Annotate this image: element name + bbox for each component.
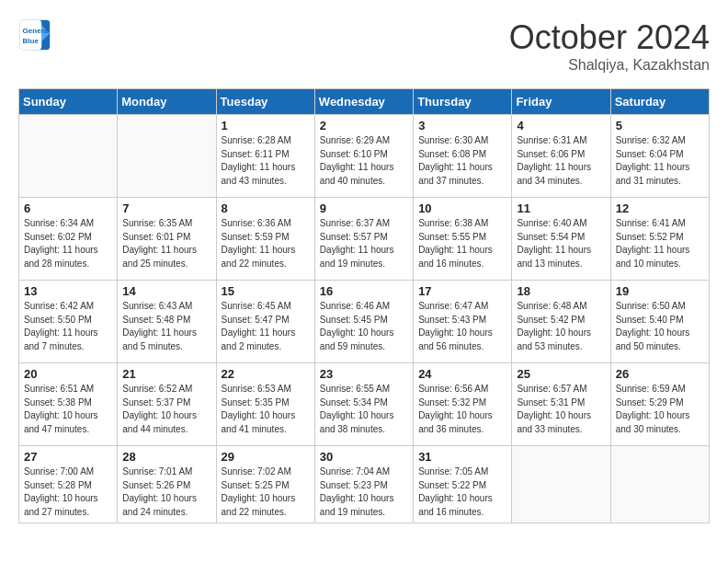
calendar-week-row: 6 Sunrise: 6:34 AMSunset: 6:02 PMDayligh… <box>19 198 710 281</box>
day-info: Sunrise: 7:02 AMSunset: 5:25 PMDaylight:… <box>222 465 310 519</box>
day-info: Sunrise: 6:30 AMSunset: 6:08 PMDaylight:… <box>418 134 506 188</box>
day-number: 26 <box>616 367 704 381</box>
day-info: Sunrise: 6:59 AMSunset: 5:29 PMDaylight:… <box>616 383 704 436</box>
col-friday: Friday <box>512 89 610 115</box>
day-number: 27 <box>24 450 112 464</box>
table-row: 31 Sunrise: 7:05 AMSunset: 5:22 PMDaylig… <box>414 446 512 523</box>
day-info: Sunrise: 7:00 AMSunset: 5:28 PMDaylight:… <box>24 465 112 519</box>
day-info: Sunrise: 6:29 AMSunset: 6:10 PMDaylight:… <box>320 134 408 188</box>
header-row: Sunday Monday Tuesday Wednesday Thursday… <box>19 89 710 115</box>
month-title: October 2024 <box>509 18 710 57</box>
table-row: 18 Sunrise: 6:48 AMSunset: 5:42 PMDaylig… <box>512 281 610 363</box>
day-number: 29 <box>222 450 310 464</box>
table-row: 10 Sunrise: 6:38 AMSunset: 5:55 PMDaylig… <box>414 198 512 281</box>
day-info: Sunrise: 6:48 AMSunset: 5:42 PMDaylight:… <box>517 300 605 353</box>
day-info: Sunrise: 6:57 AMSunset: 5:31 PMDaylight:… <box>517 383 605 436</box>
day-info: Sunrise: 6:45 AMSunset: 5:47 PMDaylight:… <box>222 300 310 353</box>
day-info: Sunrise: 6:43 AMSunset: 5:48 PMDaylight:… <box>122 300 210 353</box>
table-row <box>610 446 709 523</box>
day-info: Sunrise: 6:53 AMSunset: 5:35 PMDaylight:… <box>222 383 310 436</box>
calendar-table: Sunday Monday Tuesday Wednesday Thursday… <box>18 88 710 523</box>
col-sunday: Sunday <box>19 89 118 115</box>
day-number: 30 <box>320 450 408 464</box>
day-number: 28 <box>122 450 210 464</box>
day-number: 25 <box>517 367 605 381</box>
logo: General Blue <box>18 18 51 52</box>
location-subtitle: Shalqiya, Kazakhstan <box>509 57 710 74</box>
day-number: 8 <box>222 201 310 215</box>
table-row: 30 Sunrise: 7:04 AMSunset: 5:23 PMDaylig… <box>314 446 413 523</box>
day-info: Sunrise: 6:28 AMSunset: 6:11 PMDaylight:… <box>222 134 310 188</box>
table-row: 11 Sunrise: 6:40 AMSunset: 5:54 PMDaylig… <box>512 198 610 281</box>
table-row: 3 Sunrise: 6:30 AMSunset: 6:08 PMDayligh… <box>414 115 512 198</box>
day-number: 18 <box>517 284 605 298</box>
day-number: 13 <box>24 284 112 298</box>
col-monday: Monday <box>118 89 216 115</box>
calendar-week-row: 20 Sunrise: 6:51 AMSunset: 5:38 PMDaylig… <box>19 363 710 446</box>
table-row: 24 Sunrise: 6:56 AMSunset: 5:32 PMDaylig… <box>414 363 512 446</box>
table-row: 6 Sunrise: 6:34 AMSunset: 6:02 PMDayligh… <box>19 198 118 281</box>
day-info: Sunrise: 6:42 AMSunset: 5:50 PMDaylight:… <box>24 300 112 353</box>
day-info: Sunrise: 7:05 AMSunset: 5:22 PMDaylight:… <box>418 465 506 519</box>
day-number: 3 <box>418 119 506 132</box>
table-row: 17 Sunrise: 6:47 AMSunset: 5:43 PMDaylig… <box>414 281 512 363</box>
table-row: 4 Sunrise: 6:31 AMSunset: 6:06 PMDayligh… <box>512 115 610 198</box>
day-number: 20 <box>24 367 112 381</box>
day-number: 5 <box>616 119 704 132</box>
table-row: 26 Sunrise: 6:59 AMSunset: 5:29 PMDaylig… <box>610 363 709 446</box>
table-row: 23 Sunrise: 6:55 AMSunset: 5:34 PMDaylig… <box>314 363 413 446</box>
table-row: 13 Sunrise: 6:42 AMSunset: 5:50 PMDaylig… <box>19 281 118 363</box>
day-number: 19 <box>616 284 704 298</box>
day-info: Sunrise: 7:04 AMSunset: 5:23 PMDaylight:… <box>320 465 408 519</box>
col-wednesday: Wednesday <box>314 89 413 115</box>
day-number: 4 <box>517 119 605 132</box>
day-number: 24 <box>418 367 506 381</box>
svg-text:General: General <box>23 27 51 35</box>
col-thursday: Thursday <box>414 89 512 115</box>
calendar-week-row: 13 Sunrise: 6:42 AMSunset: 5:50 PMDaylig… <box>19 281 710 363</box>
table-row: 2 Sunrise: 6:29 AMSunset: 6:10 PMDayligh… <box>314 115 413 198</box>
svg-text:Blue: Blue <box>23 37 40 45</box>
day-info: Sunrise: 7:01 AMSunset: 5:26 PMDaylight:… <box>122 465 210 519</box>
day-number: 14 <box>122 284 210 298</box>
table-row: 14 Sunrise: 6:43 AMSunset: 5:48 PMDaylig… <box>118 281 216 363</box>
calendar-week-row: 27 Sunrise: 7:00 AMSunset: 5:28 PMDaylig… <box>19 446 710 523</box>
table-row: 15 Sunrise: 6:45 AMSunset: 5:47 PMDaylig… <box>216 281 314 363</box>
day-number: 22 <box>222 367 310 381</box>
day-number: 6 <box>24 201 112 215</box>
table-row: 29 Sunrise: 7:02 AMSunset: 5:25 PMDaylig… <box>216 446 314 523</box>
day-number: 1 <box>222 119 310 132</box>
table-row <box>19 115 118 198</box>
table-row: 1 Sunrise: 6:28 AMSunset: 6:11 PMDayligh… <box>216 115 314 198</box>
day-number: 17 <box>418 284 506 298</box>
day-number: 10 <box>418 201 506 215</box>
table-row <box>512 446 610 523</box>
table-row: 9 Sunrise: 6:37 AMSunset: 5:57 PMDayligh… <box>314 198 413 281</box>
day-info: Sunrise: 6:41 AMSunset: 5:52 PMDaylight:… <box>616 217 704 270</box>
day-info: Sunrise: 6:38 AMSunset: 5:55 PMDaylight:… <box>418 217 506 270</box>
day-number: 9 <box>320 201 408 215</box>
table-row: 7 Sunrise: 6:35 AMSunset: 6:01 PMDayligh… <box>118 198 216 281</box>
day-number: 7 <box>122 201 210 215</box>
day-info: Sunrise: 6:46 AMSunset: 5:45 PMDaylight:… <box>320 300 408 353</box>
day-number: 21 <box>122 367 210 381</box>
col-tuesday: Tuesday <box>216 89 314 115</box>
day-info: Sunrise: 6:56 AMSunset: 5:32 PMDaylight:… <box>418 383 506 436</box>
day-info: Sunrise: 6:40 AMSunset: 5:54 PMDaylight:… <box>517 217 605 270</box>
table-row: 8 Sunrise: 6:36 AMSunset: 5:59 PMDayligh… <box>216 198 314 281</box>
table-row: 16 Sunrise: 6:46 AMSunset: 5:45 PMDaylig… <box>314 281 413 363</box>
day-info: Sunrise: 6:34 AMSunset: 6:02 PMDaylight:… <box>24 217 112 270</box>
day-number: 2 <box>320 119 408 132</box>
day-number: 31 <box>418 450 506 464</box>
table-row: 21 Sunrise: 6:52 AMSunset: 5:37 PMDaylig… <box>118 363 216 446</box>
logo-icon: General Blue <box>18 18 51 52</box>
day-number: 15 <box>222 284 310 298</box>
day-info: Sunrise: 6:36 AMSunset: 5:59 PMDaylight:… <box>222 217 310 270</box>
table-row: 25 Sunrise: 6:57 AMSunset: 5:31 PMDaylig… <box>512 363 610 446</box>
day-info: Sunrise: 6:51 AMSunset: 5:38 PMDaylight:… <box>24 383 112 436</box>
table-row: 27 Sunrise: 7:00 AMSunset: 5:28 PMDaylig… <box>19 446 118 523</box>
table-row: 28 Sunrise: 7:01 AMSunset: 5:26 PMDaylig… <box>118 446 216 523</box>
day-info: Sunrise: 6:32 AMSunset: 6:04 PMDaylight:… <box>616 134 704 188</box>
table-row: 5 Sunrise: 6:32 AMSunset: 6:04 PMDayligh… <box>610 115 709 198</box>
day-info: Sunrise: 6:50 AMSunset: 5:40 PMDaylight:… <box>616 300 704 353</box>
